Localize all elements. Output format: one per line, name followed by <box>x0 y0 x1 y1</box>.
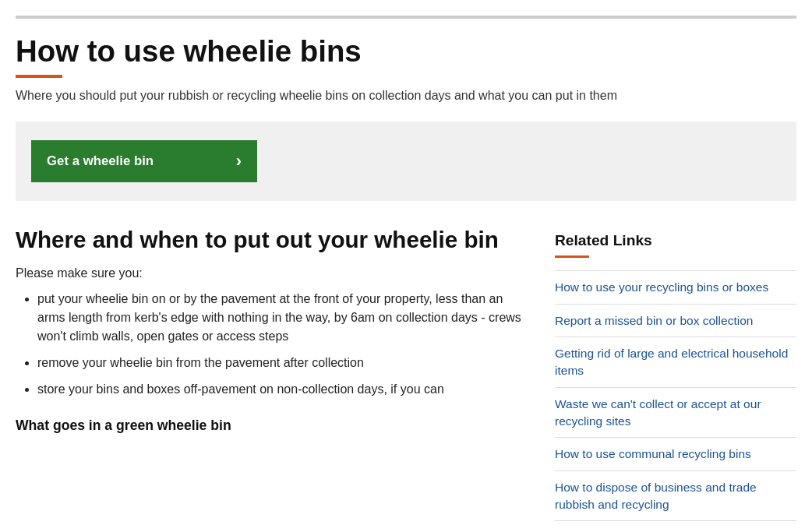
related-link-large-electrical[interactable]: Getting rid of large and electrical hous… <box>555 337 796 386</box>
related-link-item: How to use communal recycling bins <box>555 437 796 470</box>
related-link-item: How to dispose of business and trade rub… <box>555 470 796 521</box>
related-link-item: Waste we can't collect or accept at our … <box>555 387 796 437</box>
cta-button-label: Get a wheelie bin <box>47 153 154 169</box>
top-border <box>16 16 796 19</box>
section-heading: Where and when to put out your wheelie b… <box>16 226 524 254</box>
main-layout: Where and when to put out your wheelie b… <box>16 226 796 521</box>
related-link-missed-bin[interactable]: Report a missed bin or box collection <box>555 305 796 337</box>
cta-arrow-icon: › <box>236 151 242 171</box>
list-item: store your bins and boxes off-pavement o… <box>37 380 524 399</box>
page-description: Where you should put your rubbish or rec… <box>16 89 796 103</box>
related-link-item: Getting rid of large and electrical hous… <box>555 336 796 386</box>
related-link-communal-bins[interactable]: How to use communal recycling bins <box>555 438 796 470</box>
sidebar: Related Links How to use your recycling … <box>555 226 796 521</box>
related-link-item: How to use your recycling bins or boxes <box>555 270 796 304</box>
page-container: How to use wheelie bins Where you should… <box>0 0 812 532</box>
related-link-item: Report a missed bin or box collection <box>555 304 796 337</box>
list-item: remove your wheelie bin from the pavemen… <box>37 354 524 372</box>
bullet-list: put your wheelie bin on or by the paveme… <box>16 290 524 399</box>
sub-heading: What goes in a green wheelie bin <box>16 417 524 434</box>
cta-box: Get a wheelie bin › <box>16 122 796 201</box>
related-link-waste-recycling-sites[interactable]: Waste we can't collect or accept at our … <box>555 388 796 437</box>
page-title: How to use wheelie bins <box>16 34 796 69</box>
list-item: put your wheelie bin on or by the paveme… <box>37 290 524 346</box>
related-links-list: How to use your recycling bins or boxes … <box>555 270 796 521</box>
related-links-underline <box>555 255 589 258</box>
related-links-heading: Related Links <box>555 232 796 249</box>
related-link-recycling-bins-boxes[interactable]: How to use your recycling bins or boxes <box>555 271 796 304</box>
content-area: Where and when to put out your wheelie b… <box>16 226 524 434</box>
get-wheelie-bin-button[interactable]: Get a wheelie bin › <box>31 140 257 182</box>
related-link-business-trade[interactable]: How to dispose of business and trade rub… <box>555 471 796 520</box>
intro-text: Please make sure you: <box>16 266 524 280</box>
title-underline <box>16 75 62 78</box>
